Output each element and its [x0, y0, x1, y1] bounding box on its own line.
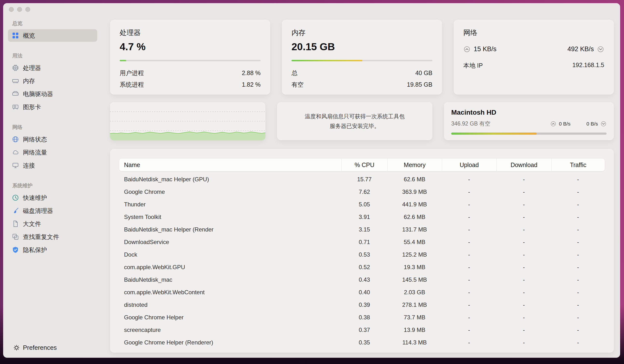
process-traffic-cell: -: [551, 289, 605, 296]
column-header-traffic[interactable]: Traffic: [551, 158, 605, 171]
table-row[interactable]: Google Chrome Helper (Renderer)0.35114.3…: [119, 336, 605, 349]
column-header-upload[interactable]: Upload: [442, 158, 496, 171]
sidebar-item-disk-cleaner[interactable]: 磁盘清理器: [8, 205, 97, 217]
column-header-cpu[interactable]: % CPU: [341, 158, 387, 171]
table-row[interactable]: Dock0.53125.2 MB---: [119, 248, 605, 261]
cpu-history-card: [110, 102, 265, 140]
process-memory-cell: 62.6 MB: [387, 214, 442, 220]
memory-free-row: 有空 19.85 GB: [291, 79, 432, 90]
table-row[interactable]: distnoted0.39278.1 MB---: [119, 299, 605, 311]
network-upload-rate: 15 KB/s: [474, 45, 496, 53]
sidebar-item-duplicate-finder[interactable]: 查找重复文件: [8, 231, 97, 243]
sidebar: 总览 概览 用法 处理器 内存 电脑驱动器: [3, 3, 103, 358]
table-row[interactable]: DownloadService0.7155.4 MB---: [119, 236, 605, 248]
disk-upload-rate: 0 B/s: [559, 121, 571, 127]
drive-icon: [12, 90, 19, 98]
column-header-download[interactable]: Download: [496, 158, 551, 171]
table-row[interactable]: Google Chrome7.62363.9 MB---: [119, 186, 605, 198]
local-ip-value: 192.168.1.5: [572, 62, 604, 70]
cpu-card-title: 处理器: [120, 28, 260, 38]
process-upload-cell: -: [442, 289, 496, 296]
disk-download-rate: 0 B/s: [586, 121, 598, 127]
process-cpu-cell: 7.62: [341, 188, 387, 195]
table-row[interactable]: screencapture0.3713.9 MB---: [119, 324, 605, 336]
process-traffic-cell: -: [551, 327, 605, 333]
table-row[interactable]: com.apple.WebKit.WebContent0.402.03 GB--…: [119, 286, 605, 299]
process-memory-cell: 62.6 MB: [387, 176, 442, 183]
sidebar-item-label: 隐私保护: [23, 246, 47, 254]
sidebar-item-large-files[interactable]: 大文件: [8, 217, 97, 230]
process-traffic-cell: -: [551, 214, 605, 220]
table-row[interactable]: Thunder5.05441.9 MB---: [119, 198, 605, 211]
process-download-cell: -: [496, 302, 551, 308]
process-upload-cell: -: [442, 226, 496, 233]
sidebar-item-privacy[interactable]: 隐私保护: [8, 244, 97, 256]
sidebar-item-label: 图形卡: [23, 103, 41, 111]
process-memory-cell: 13.9 MB: [387, 327, 442, 333]
table-row[interactable]: BaiduNetdisk_mac0.43145.5 MB---: [119, 273, 605, 286]
overview-grid-icon: [12, 32, 19, 39]
sidebar-item-label: 查找重复文件: [23, 233, 59, 241]
process-memory-cell: 19.3 MB: [387, 264, 442, 271]
table-row[interactable]: BaiduNetdisk_mac Helper (GPU)15.7762.6 M…: [119, 173, 605, 186]
process-memory-cell: 2.03 GB: [387, 289, 442, 296]
table-row[interactable]: com.apple.WebKit.GPU0.5219.3 MB---: [119, 261, 605, 273]
connections-icon: [12, 162, 19, 169]
traffic-lights: [3, 7, 103, 12]
memory-free-value: 19.85 GB: [407, 81, 432, 88]
sidebar-item-quick-maintenance[interactable]: 快速维护: [8, 191, 97, 204]
memory-bar-fill: [291, 60, 363, 61]
process-traffic-cell: -: [551, 251, 605, 258]
memory-icon: [12, 77, 19, 84]
sidebar-item-label: 大文件: [23, 220, 41, 228]
process-download-cell: -: [496, 264, 551, 271]
sidebar-item-connections[interactable]: 连接: [8, 159, 97, 172]
process-name-cell: distnoted: [119, 302, 341, 308]
cpu-system-value: 1.82 %: [242, 81, 260, 88]
process-table-card: Name % CPU Memory Upload Download Traffi…: [110, 149, 614, 353]
memory-free-label: 有空: [291, 81, 304, 89]
disk-title: Macintosh HD: [451, 109, 607, 116]
process-download-cell: -: [496, 276, 551, 283]
table-row[interactable]: BaiduNetdisk_mac Helper (Render3.15131.7…: [119, 223, 605, 236]
preferences-button[interactable]: Preferences: [13, 344, 57, 351]
disk-card: Macintosh HD 346.92 GB 有空 0 B/s 0 B/s: [444, 102, 614, 140]
table-row[interactable]: System Toolkit3.9162.6 MB---: [119, 211, 605, 223]
sidebar-item-label: 电脑驱动器: [23, 90, 53, 98]
sidebar-item-cpu[interactable]: 处理器: [8, 62, 97, 74]
sidebar-item-gpu[interactable]: 图形卡: [8, 101, 97, 113]
sidebar-item-memory[interactable]: 内存: [8, 75, 97, 87]
minimize-button[interactable]: [17, 7, 22, 12]
process-upload-cell: -: [442, 264, 496, 271]
sidebar-item-overview[interactable]: 概览: [8, 29, 97, 42]
notice-line-2: 服务器已安装完毕。: [305, 121, 405, 131]
process-memory-cell: 114.3 MB: [387, 339, 442, 346]
process-table-header: Name % CPU Memory Upload Download Traffi…: [119, 158, 605, 171]
memory-card-title: 内存: [291, 28, 432, 38]
process-upload-cell: -: [442, 302, 496, 308]
process-memory-cell: 363.9 MB: [387, 188, 442, 195]
network-card-title: 网络: [463, 28, 604, 38]
process-name-cell: com.apple.WebKit.WebContent: [119, 289, 341, 296]
cpu-history-chart: [110, 102, 265, 140]
process-download-cell: -: [496, 339, 551, 346]
process-upload-cell: -: [442, 251, 496, 258]
sidebar-item-drives[interactable]: 电脑驱动器: [8, 88, 97, 100]
table-row[interactable]: Google Chrome Helper0.3873.7 MB---: [119, 311, 605, 324]
cpu-history-area: [110, 132, 265, 140]
column-header-memory[interactable]: Memory: [387, 158, 442, 171]
zoom-button[interactable]: [25, 7, 30, 12]
process-cpu-cell: 0.37: [341, 327, 387, 333]
process-upload-cell: -: [442, 176, 496, 183]
close-button[interactable]: [9, 7, 14, 12]
cpu-user-label: 用户进程: [120, 69, 144, 77]
sidebar-item-network-traffic[interactable]: 网络流量: [8, 146, 97, 158]
cpu-bar-fill: [120, 60, 126, 61]
app-window: 总览 概览 用法 处理器 内存 电脑驱动器: [3, 3, 620, 358]
process-memory-cell: 278.1 MB: [387, 302, 442, 308]
process-memory-cell: 131.7 MB: [387, 226, 442, 233]
column-header-name[interactable]: Name: [119, 158, 341, 171]
cloud-icon: [12, 149, 19, 156]
process-name-cell: Thunder: [119, 201, 341, 208]
sidebar-item-network-status[interactable]: 网络状态: [8, 133, 97, 146]
